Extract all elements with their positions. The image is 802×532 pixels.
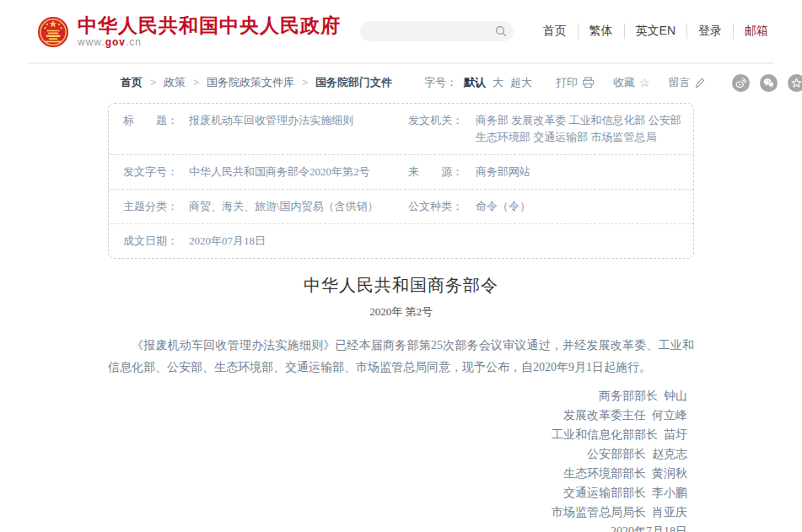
- more-star-icon[interactable]: [788, 74, 802, 92]
- action-group: 打印 收藏 ☆ 留言: [556, 75, 705, 90]
- document-meta-table: 标 题： 报废机动车回收管理办法实施细则 发文机关： 商务部 发展改革委 工业和…: [108, 103, 694, 259]
- meta-label-topic-category: 主题分类：: [123, 198, 184, 215]
- breadcrumb-policy-library[interactable]: 国务院政策文件库: [207, 75, 294, 90]
- meta-value-source: 商务部网站: [471, 164, 686, 180]
- breadcrumb-separator: >: [150, 77, 156, 89]
- signature-line: 交通运输部部长 李小鹏: [108, 483, 687, 502]
- breadcrumb-policy[interactable]: 政策: [164, 75, 186, 90]
- meta-value-issuing-agency: 商务部 发展改革委 工业和信息化部 公安部 生态环境部 交通运输部 市场监管总局: [471, 112, 686, 146]
- breadcrumb-department-documents[interactable]: 国务院部门文件: [315, 75, 392, 90]
- document-title: 中华人民共和国商务部令: [108, 274, 694, 297]
- national-emblem-icon: [37, 16, 69, 48]
- signature-line: 商务部部长 钟山: [108, 386, 687, 406]
- font-size-large[interactable]: 大: [493, 75, 503, 90]
- toolbar: 首页 > 政策 > 国务院政策文件库 > 国务院部门文件 字号： 默认 大 超大…: [108, 64, 694, 101]
- breadcrumb-separator: >: [193, 77, 199, 89]
- star-outline-icon: ☆: [639, 77, 650, 89]
- comment-button[interactable]: 留言: [669, 75, 705, 90]
- site-logo[interactable]: 中华人民共和国中央人民政府 www.gov.cn: [37, 14, 341, 48]
- signature-line: 公安部部长 赵克志: [108, 444, 687, 464]
- document-paragraph: 《报废机动车回收管理办法实施细则》已经本届商务部第25次部务会议审议通过，并经发…: [108, 335, 694, 379]
- site-url: www.gov.cn: [78, 36, 341, 48]
- meta-row: 主题分类： 商贸、海关、旅游\国内贸易（含供销） 公文种类： 命令（令）: [109, 189, 693, 223]
- meta-value-doc-type: 命令（令）: [471, 198, 686, 215]
- font-size-default[interactable]: 默认: [464, 75, 486, 90]
- meta-row: 成文日期： 2020年07月18日: [109, 223, 693, 258]
- nav-english[interactable]: 英文EN: [624, 24, 686, 39]
- nav-login[interactable]: 登录: [686, 24, 733, 39]
- signature-line: 市场监管总局局长 肖亚庆: [108, 502, 687, 522]
- site-url-www: www.: [78, 36, 105, 48]
- meta-label-source: 来 源：: [408, 164, 471, 180]
- article-body: 中华人民共和国商务部令 2020年 第2号 《报废机动车回收管理办法实施细则》已…: [108, 274, 694, 532]
- search-icon[interactable]: [495, 25, 507, 37]
- meta-label-doc-number: 发文字号：: [123, 164, 184, 180]
- print-button[interactable]: 打印: [556, 75, 595, 90]
- site-header: 中华人民共和国中央人民政府 www.gov.cn 首页 繁体 英文EN 登录 邮…: [0, 0, 802, 62]
- meta-row: 标 题： 报废机动车回收管理办法实施细则 发文机关： 商务部 发展改革委 工业和…: [109, 104, 693, 154]
- signature-line: 工业和信息化部部长 苗圩: [108, 425, 687, 444]
- printer-icon: [582, 77, 595, 89]
- document-number: 2020年 第2号: [108, 304, 694, 320]
- meta-value-date-written: 2020年07月18日: [184, 233, 408, 250]
- meta-label-title: 标 题：: [123, 112, 184, 129]
- pencil-icon: [695, 78, 705, 89]
- document-date: 2020年7月18日: [108, 522, 694, 532]
- search-input[interactable]: [370, 25, 495, 37]
- meta-row: 发文字号： 中华人民共和国商务部令2020年第2号 来 源： 商务部网站: [109, 154, 693, 189]
- font-size-xlarge[interactable]: 超大: [510, 75, 532, 90]
- nav-home[interactable]: 首页: [532, 24, 578, 39]
- print-label: 打印: [556, 75, 578, 90]
- font-size-control: 字号： 默认 大 超大: [424, 75, 532, 90]
- share-group: [732, 74, 802, 92]
- site-url-gov: gov: [105, 36, 126, 48]
- weibo-icon[interactable]: [732, 74, 750, 92]
- favorite-label: 收藏: [613, 75, 635, 90]
- meta-value-doc-number: 中华人民共和国商务部令2020年第2号: [184, 164, 408, 180]
- wechat-icon[interactable]: [760, 74, 778, 92]
- comment-label: 留言: [669, 75, 691, 90]
- site-title: 中华人民共和国中央人民政府: [78, 14, 341, 36]
- font-size-label: 字号：: [424, 75, 457, 90]
- meta-label-doc-type: 公文种类：: [408, 198, 471, 215]
- breadcrumb-separator: >: [302, 77, 308, 89]
- signature-block: 商务部部长 钟山 发展改革委主任 何立峰 工业和信息化部部长 苗圩 公安部部长 …: [108, 386, 694, 522]
- nav-mail[interactable]: 邮箱: [733, 24, 768, 39]
- site-url-cn: .cn: [126, 36, 142, 48]
- top-nav: 首页 繁体 英文EN 登录 邮箱: [532, 24, 768, 39]
- meta-value-topic-category: 商贸、海关、旅游\国内贸易（含供销）: [184, 198, 408, 215]
- meta-label-issuing-agency: 发文机关：: [408, 112, 471, 129]
- breadcrumb-home[interactable]: 首页: [121, 75, 143, 90]
- signature-line: 生态环境部部长 黄润秋: [108, 464, 687, 483]
- meta-label-date-written: 成文日期：: [123, 233, 184, 250]
- signature-line: 发展改革委主任 何立峰: [108, 406, 687, 425]
- search-box[interactable]: [360, 21, 514, 41]
- favorite-button[interactable]: 收藏 ☆: [613, 75, 650, 90]
- meta-value-title: 报废机动车回收管理办法实施细则: [184, 112, 408, 129]
- breadcrumb: 首页 > 政策 > 国务院政策文件库 > 国务院部门文件: [121, 75, 392, 90]
- nav-traditional[interactable]: 繁体: [578, 24, 624, 39]
